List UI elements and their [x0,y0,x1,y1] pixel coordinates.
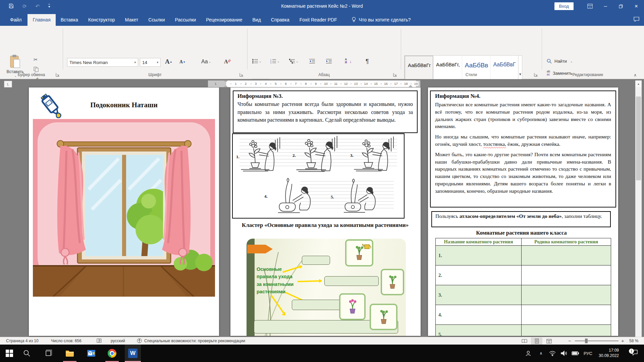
ruler-number: 3 [254,81,257,86]
page-indicator[interactable]: Страница 4 из 10 [6,337,39,345]
table-row[interactable]: 4. [436,305,611,325]
tab-insert[interactable]: Вставка [56,14,83,26]
scroll-up-button[interactable]: ▲ [635,80,642,87]
info4-paragraph-2: Но иногда мы слышим, что комнатные расте… [435,133,611,148]
table-cell-empty[interactable] [522,325,611,336]
task-view-button[interactable] [40,345,56,362]
sort-button[interactable]: АЯ [345,58,347,64]
ribbon-display-options-button[interactable] [582,0,598,12]
clock[interactable]: 17:0930.09.2022 [596,345,622,362]
word-count[interactable]: Число слов: 656 [51,337,82,345]
horizontal-ruler[interactable]: 112345678910111213141516171819 [208,80,420,87]
change-case-button[interactable]: Aa⌄ [201,59,211,65]
table-cell-empty[interactable] [522,305,611,325]
increase-indent-button[interactable] [326,59,332,64]
vertical-scrollbar[interactable]: ▲ [635,80,642,337]
page-right[interactable]: Информация №4. Практически все комнатные… [428,87,618,336]
plants-table[interactable]: Название комнатного растения Родина комн… [435,238,611,336]
paragraph-dialog-launcher-icon[interactable] [393,73,397,77]
bullets-button[interactable]: ⌄ [252,59,262,64]
tab-design[interactable]: Конструктор [83,14,120,26]
shrink-font-button[interactable]: А▼ [179,59,185,65]
chrome-icon[interactable] [104,345,120,362]
window-illustration [33,119,215,297]
tell-me-box[interactable]: Что вы хотите сделать? [348,14,414,26]
page-left[interactable]: Подоконник Наташи [29,87,219,336]
read-mode-view-button[interactable] [519,338,530,345]
hanging-indent-marker[interactable] [224,83,228,87]
table-cell-empty[interactable] [522,265,611,285]
file-explorer-icon[interactable] [62,345,78,362]
cluster-plant-photo-3 [339,293,366,320]
sign-in-button[interactable]: Вход [554,2,574,10]
word-taskbar-icon[interactable]: W [125,345,141,362]
font-dialog-launcher-icon[interactable] [239,73,244,77]
table-row[interactable]: 5. [436,325,611,336]
zoom-percentage[interactable]: 58 % [629,337,638,345]
search-icon[interactable] [19,345,35,362]
feedback-icon[interactable] [634,17,639,23]
right-indent-marker[interactable] [409,83,413,87]
table-cell-empty[interactable] [522,246,611,265]
action-center-icon[interactable]: 1 [628,345,641,362]
table-cell-empty[interactable] [522,285,611,305]
language-indicator[interactable]: русский [111,337,125,345]
numbering-button[interactable]: 123 ⌄ [270,59,280,64]
mail-icon[interactable] [83,345,99,362]
find-button[interactable]: Найти⌄ [547,59,573,64]
clipboard-dialog-launcher-icon[interactable] [56,73,60,77]
minimize-button[interactable]: ─ [598,0,613,12]
grow-font-button[interactable]: А▲ [165,58,172,65]
battery-icon[interactable] [570,345,580,362]
chevron-down-icon: ▾ [134,61,136,64]
tray-expand-icon[interactable]: ∧ [537,345,545,362]
wifi-icon[interactable] [547,345,557,362]
zoom-in-button[interactable]: + [621,337,624,345]
zoom-slider[interactable] [575,341,619,341]
misspelled-word: толстянка, [483,141,506,147]
table-row[interactable]: 2. [436,265,611,285]
sort-arrow-icon: ↓ [350,59,352,64]
multilevel-list-button[interactable]: ⌄ [289,59,299,64]
cut-button[interactable]: ✂ [34,57,38,63]
tab-help[interactable]: Справка [266,14,294,26]
table-row[interactable]: 1. [436,246,611,265]
tab-file[interactable]: Файл [4,14,28,26]
show-marks-button[interactable]: ¶ [366,58,369,65]
people-icon[interactable] [523,345,534,362]
table-row[interactable]: 3. [436,285,611,305]
lightbulb-icon [352,17,356,22]
tab-foxit[interactable]: Foxit Reader PDF [294,14,342,26]
volume-icon[interactable] [559,345,569,362]
tab-layout[interactable]: Макет [120,14,144,26]
language-switcher[interactable]: РУС [582,345,594,362]
decrease-indent-button[interactable] [309,59,315,64]
font-name-select[interactable]: Times New Roman ▾ [67,58,138,67]
print-layout-view-button[interactable] [531,338,542,345]
tab-review[interactable]: Рецензирование [201,14,247,26]
tab-selector[interactable]: L [4,81,12,87]
page-middle[interactable]: Информация №3. Чтобы комнатные растения … [230,87,421,336]
info4-heading: Информация №4. [435,93,611,100]
accessibility-text[interactable]: Специальные возможности: проверьте реком… [144,337,245,345]
zoom-slider-thumb[interactable] [585,339,588,343]
web-layout-view-button[interactable] [543,338,555,345]
font-size-select[interactable]: 14 ▾ [140,58,161,67]
tab-view[interactable]: Вид [247,14,266,26]
tab-references[interactable]: Ссылки [143,14,170,26]
collapse-ribbon-button[interactable]: ∧ [634,73,637,77]
tab-home[interactable]: Главная [28,14,55,26]
tab-mailings[interactable]: Рассылки [170,14,201,26]
ruler-number: 1 [214,81,217,86]
zoom-out-button[interactable]: − [568,337,571,345]
document-area[interactable]: Подоконник Наташи [0,79,644,337]
start-button[interactable] [1,345,17,362]
scrollbar-thumb[interactable] [636,97,641,180]
ruler-number: 6 [284,81,287,86]
copy-button[interactable] [34,67,39,72]
clear-formatting-button[interactable]: А [224,59,231,65]
close-button[interactable]: ✕ [629,0,644,12]
styles-dialog-launcher-icon[interactable] [534,73,538,77]
restore-button[interactable] [613,0,629,12]
info3-text: Чтобы комнатные растения всегда были здо… [237,100,413,124]
